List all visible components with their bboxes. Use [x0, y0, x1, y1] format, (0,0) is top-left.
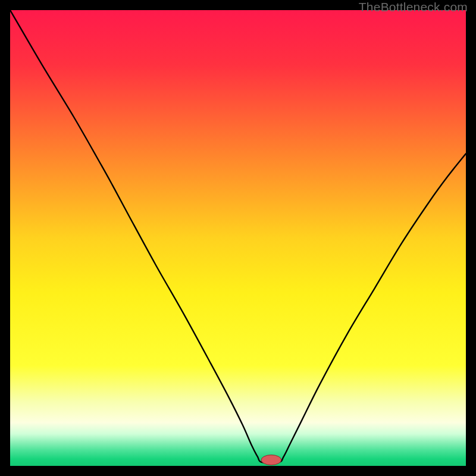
chart-frame: TheBottleneck.com [0, 0, 476, 476]
chart-svg [10, 10, 466, 466]
chart-plot-area [10, 10, 466, 466]
chart-background [10, 10, 466, 466]
optimal-point-marker [261, 455, 281, 465]
watermark-text: TheBottleneck.com [359, 0, 468, 14]
